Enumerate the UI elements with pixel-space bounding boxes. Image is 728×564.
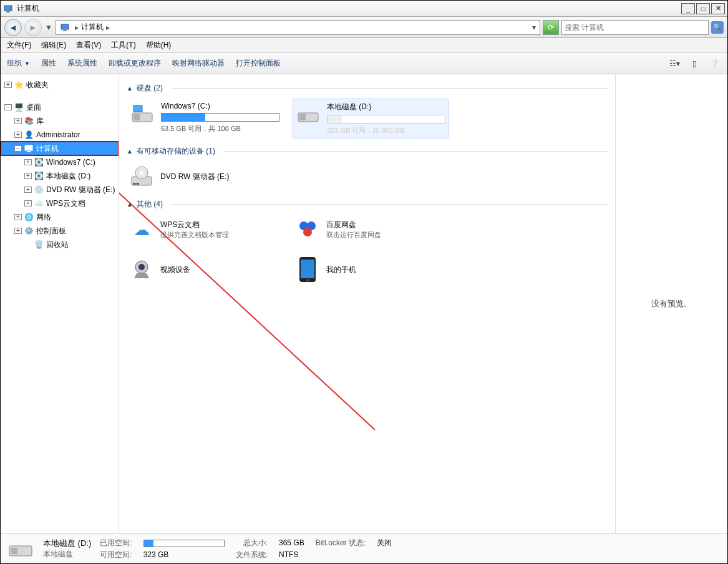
wps-cloud[interactable]: ☁ WPS云文档 提供完善文档版本管理 [127, 215, 283, 245]
svg-point-18 [303, 228, 312, 236]
tree-computer[interactable]: − 计算机 [1, 142, 119, 155]
status-used-label: 已用空间: [100, 538, 132, 548]
tree-favorites[interactable]: + ⭐ 收藏夹 [1, 78, 119, 92]
uninstall-button[interactable]: 卸载或更改程序 [109, 58, 161, 69]
map-drive-button[interactable]: 映射网络驱动器 [172, 58, 225, 69]
svg-rect-22 [301, 260, 314, 278]
system-properties-button[interactable]: 系统属性 [67, 58, 97, 69]
star-icon: ⭐ [14, 80, 24, 90]
status-fs-val: NTFS [279, 550, 304, 559]
expand-icon[interactable]: + [14, 214, 22, 220]
menu-help[interactable]: 帮助(H) [146, 40, 172, 51]
breadcrumb-item[interactable]: 计算机 [81, 22, 104, 32]
expand-icon[interactable]: + [14, 132, 22, 138]
titlebar: 计算机 _ □ ✕ [1, 1, 727, 17]
expand-icon[interactable]: + [14, 228, 22, 234]
hdd-icon [7, 537, 34, 561]
tree-dvd[interactable]: + 💿 DVD RW 驱动器 (E:) [1, 183, 119, 197]
tree-wps[interactable]: + ☁️ WPS云文档 [1, 197, 119, 210]
menu-tools[interactable]: 工具(T) [111, 40, 135, 51]
baidu-netdisk[interactable]: 百度网盘 双击运行百度网盘 [293, 215, 449, 245]
baidu-icon [295, 217, 320, 242]
menu-file[interactable]: 文件(F) [7, 40, 31, 51]
dvd-drive[interactable]: DVD DVD RW 驱动器 (E:) [127, 162, 283, 192]
tree-libraries[interactable]: + 📚 库 [1, 114, 119, 128]
tree-cdrive[interactable]: + 💽 Windows7 (C:) [1, 155, 119, 169]
breadcrumb[interactable]: ▸ 计算机 ▸ ▾ [56, 20, 540, 35]
svg-rect-3 [63, 30, 67, 31]
dvd-name: DVD RW 驱动器 (E:) [160, 172, 229, 182]
close-button[interactable]: ✕ [711, 3, 725, 14]
minimize-button[interactable]: _ [681, 3, 695, 14]
status-total-val: 365 GB [279, 538, 304, 547]
tree-network[interactable]: + 🌐 网络 [1, 210, 119, 224]
help-button[interactable]: ❔ [707, 57, 721, 70]
item-name: 百度网盘 [326, 220, 381, 230]
svg-rect-1 [6, 11, 10, 12]
item-sub: 双击运行百度网盘 [326, 230, 381, 240]
maximize-button[interactable]: □ [696, 3, 710, 14]
expand-icon[interactable]: + [24, 159, 32, 165]
status-used-bar [143, 540, 225, 547]
drive-name: Windows7 (C:) [161, 102, 279, 110]
status-fs-label: 文件系统: [236, 550, 268, 560]
control-panel-button[interactable]: 打开控制面板 [236, 58, 281, 69]
expand-icon[interactable]: + [24, 173, 32, 179]
organize-button[interactable]: 组织 ▼ [7, 58, 30, 69]
dvd-icon: 💿 [34, 185, 44, 195]
my-phone[interactable]: 我的手机 [293, 255, 449, 284]
section-removable[interactable]: ▲ 有可移动存储的设备 (1) [127, 146, 608, 157]
drive-c[interactable]: Windows7 (C:) 63.5 GB 可用，共 100 GB [127, 99, 283, 139]
explorer-window: 计算机 _ □ ✕ ◄ ► ▼ ▸ 计算机 ▸ ▾ ⟳ 🔍 文件(F) 编辑(E… [0, 0, 728, 564]
toolbar: 组织 ▼ 属性 系统属性 卸载或更改程序 映射网络驱动器 打开控制面板 ☷▾ ▯… [1, 53, 727, 74]
content-pane: ▲ 硬盘 (2) Windows7 (C:) 63.5 GB 可用，共 100 … [119, 74, 615, 533]
history-dropdown[interactable]: ▼ [44, 19, 53, 36]
drive-icon: 💽 [34, 157, 44, 167]
expand-icon[interactable]: + [14, 118, 22, 124]
menu-edit[interactable]: 编辑(E) [41, 40, 66, 51]
tree-recycle[interactable]: 🗑️ 回收站 [1, 238, 119, 251]
body: + ⭐ 收藏夹 − 🖥️ 桌面 + 📚 库 + 👤 Administrator [1, 74, 727, 533]
expand-icon[interactable]: + [24, 187, 32, 193]
properties-button[interactable]: 属性 [41, 58, 56, 69]
expand-icon[interactable]: + [4, 82, 12, 88]
search-box[interactable] [561, 20, 709, 35]
view-options-button[interactable]: ☷▾ [667, 57, 681, 70]
desktop-icon: 🖥️ [14, 102, 24, 112]
collapse-icon[interactable]: − [14, 145, 22, 152]
window-controls: _ □ ✕ [680, 3, 725, 14]
chevron-right-icon: ▸ [75, 23, 79, 32]
svg-rect-2 [61, 24, 69, 29]
item-name: WPS云文档 [160, 220, 229, 230]
expand-icon[interactable]: + [24, 200, 32, 207]
drive-name: 本地磁盘 (D:) [327, 102, 445, 112]
search-input[interactable] [565, 23, 706, 32]
svg-rect-27 [11, 548, 17, 554]
refresh-button[interactable]: ⟳ [543, 20, 559, 35]
drive-d[interactable]: 本地磁盘 (D:) 323 GB 可用，共 365 GB [293, 99, 449, 139]
back-button[interactable]: ◄ [4, 19, 22, 36]
video-device[interactable]: 视频设备 [127, 255, 283, 284]
search-button[interactable]: 🔍 [711, 21, 724, 34]
collapse-triangle-icon: ▲ [127, 85, 133, 92]
preview-pane-button[interactable]: ▯ [687, 57, 701, 70]
tree-ddrive[interactable]: + 💽 本地磁盘 (D:) [1, 169, 119, 183]
tree-desktop[interactable]: − 🖥️ 桌面 [1, 100, 119, 114]
tree-control-panel[interactable]: + ⚙️ 控制面板 [1, 224, 119, 238]
breadcrumb-dropdown[interactable]: ▾ [532, 23, 536, 32]
section-other[interactable]: ▲ 其他 (4) [127, 199, 608, 210]
computer-icon [24, 143, 34, 153]
library-icon: 📚 [24, 116, 34, 126]
webcam-icon [129, 257, 154, 282]
control-panel-icon: ⚙️ [24, 226, 34, 236]
svg-rect-7 [133, 114, 140, 120]
svg-rect-0 [4, 6, 12, 11]
forward-button[interactable]: ► [24, 19, 42, 36]
menu-view[interactable]: 查看(V) [76, 40, 101, 51]
svg-text:DVD: DVD [133, 182, 139, 185]
computer-icon [3, 4, 13, 14]
tree-administrator[interactable]: + 👤 Administrator [1, 128, 119, 142]
collapse-icon[interactable]: − [4, 104, 12, 110]
nav-tree: + ⭐ 收藏夹 − 🖥️ 桌面 + 📚 库 + 👤 Administrator [1, 74, 119, 533]
section-drives[interactable]: ▲ 硬盘 (2) [127, 83, 608, 94]
